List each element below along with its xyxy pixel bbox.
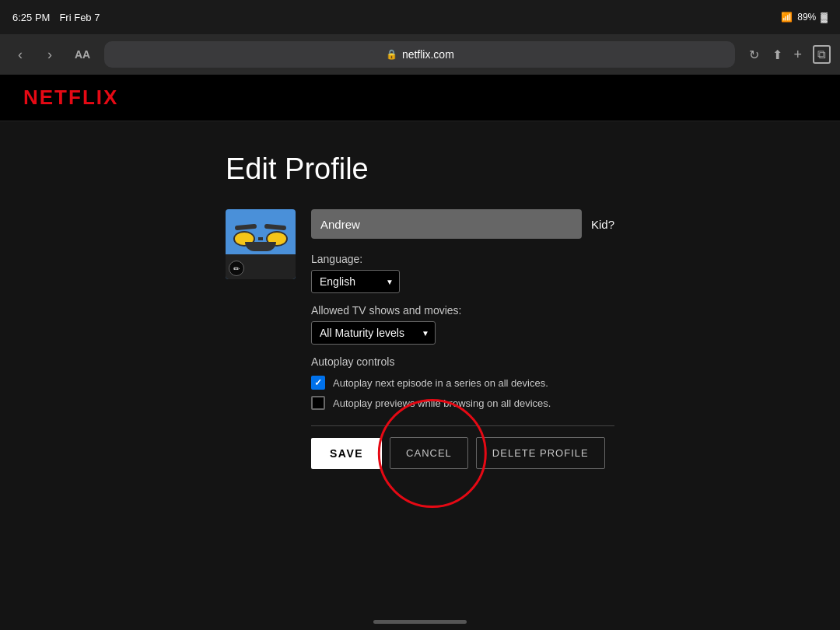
autoplay-title: Autoplay controls [311, 355, 614, 368]
language-select-wrapper: English Spanish French German Portuguese… [311, 270, 400, 293]
autoplay-previews-label: Autoplay previews while browsing on all … [333, 397, 551, 409]
page-title: Edit Profile [226, 152, 614, 186]
autoplay-previews-row: Autoplay previews while browsing on all … [311, 396, 614, 410]
delete-profile-button[interactable]: DELETE PROFILE [476, 437, 605, 469]
profile-row: ✏ Kid? Language: English Spanish French [226, 209, 614, 469]
lock-icon: 🔒 [386, 49, 397, 60]
url-text: netflix.com [402, 48, 454, 61]
refresh-button[interactable]: ↻ [743, 44, 765, 65]
browser-chrome: ‹ › AA 🔒 netflix.com ↻ ⬆ + ⧉ [0, 34, 840, 75]
cancel-button[interactable]: CANCEL [390, 437, 468, 469]
maturity-select[interactable]: All Maturity levels Little Kids Older Ki… [311, 321, 436, 345]
back-button[interactable]: ‹ [9, 44, 31, 65]
status-time: 6:25 PM [12, 12, 50, 23]
maturity-label: Allowed TV shows and movies: [311, 304, 614, 317]
language-select[interactable]: English Spanish French German Portuguese [311, 270, 400, 293]
autoplay-section: Autoplay controls Autoplay next episode … [311, 355, 614, 410]
avatar-wrapper: ✏ [226, 209, 296, 279]
profile-name-input[interactable] [311, 209, 582, 239]
language-field-group: Language: English Spanish French German … [311, 253, 614, 293]
status-bar-right: 📶 89% ▓ [781, 12, 828, 23]
home-indicator [373, 620, 467, 624]
battery-icon: ▓ [821, 12, 828, 23]
share-icon[interactable]: ⬆ [772, 47, 782, 62]
buttons-row: SAVE CANCEL DELETE PROFILE [311, 437, 614, 469]
url-bar[interactable]: 🔒 netflix.com [104, 41, 735, 68]
netflix-header: NETFLIX [0, 75, 840, 121]
autoplay-next-label: Autoplay next episode in a series on all… [333, 377, 548, 389]
save-button[interactable]: SAVE [311, 438, 382, 469]
avatar-edit-button[interactable]: ✏ [229, 261, 244, 276]
browser-actions: ⬆ + ⧉ [772, 45, 831, 64]
new-tab-icon[interactable]: + [793, 47, 802, 63]
netflix-logo[interactable]: NETFLIX [23, 86, 118, 110]
eyebrow-right [264, 224, 286, 230]
language-label: Language: [311, 253, 614, 265]
profile-fields: Kid? Language: English Spanish French Ge… [311, 209, 614, 469]
autoplay-next-row: Autoplay next episode in a series on all… [311, 376, 614, 390]
maturity-field-group: Allowed TV shows and movies: All Maturit… [311, 304, 614, 345]
main-content: Edit Profile ✏ [0, 121, 840, 630]
reader-mode-button[interactable]: AA [68, 45, 96, 64]
divider [311, 425, 614, 426]
status-bar: 6:25 PM Fri Feb 7 📶 89% ▓ [0, 0, 840, 34]
eyebrow-left [235, 224, 257, 230]
battery-level: 89% [797, 12, 816, 23]
kid-label: Kid? [591, 218, 614, 231]
autoplay-next-checkbox[interactable] [311, 376, 325, 390]
maturity-select-wrapper: All Maturity levels Little Kids Older Ki… [311, 321, 436, 345]
eyebrows [235, 225, 286, 229]
name-kid-row: Kid? [311, 209, 614, 239]
status-date: Fri Feb 7 [59, 12, 100, 23]
edit-profile-container: Edit Profile ✏ [226, 152, 614, 485]
forward-button[interactable]: › [39, 44, 61, 65]
glass-bridge [258, 237, 263, 240]
wifi-icon: 📶 [781, 12, 793, 23]
mustache [245, 242, 276, 251]
tabs-icon[interactable]: ⧉ [813, 45, 831, 64]
autoplay-previews-checkbox[interactable] [311, 396, 325, 410]
status-bar-left: 6:25 PM Fri Feb 7 [12, 12, 100, 23]
